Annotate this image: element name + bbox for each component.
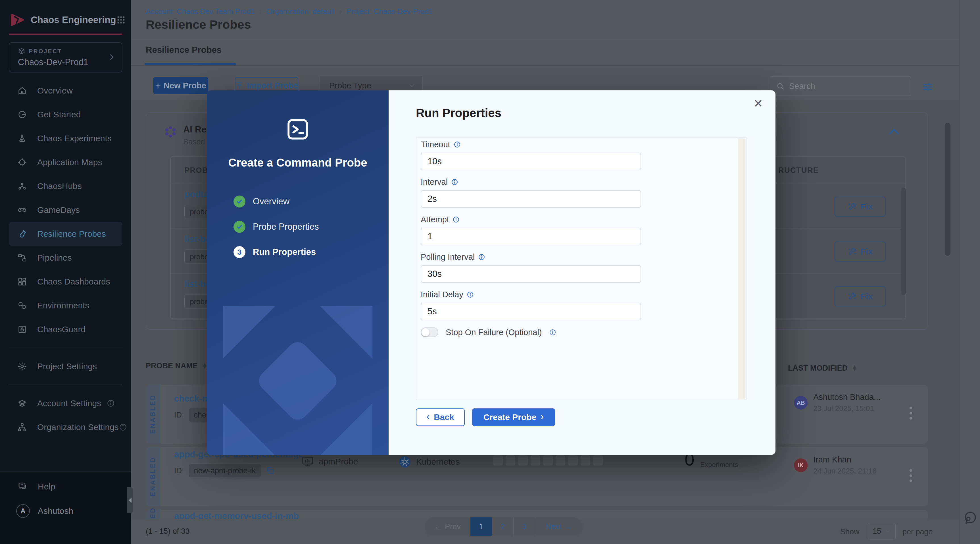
row-menu-kebab-icon[interactable] [908,405,914,421]
fix-button[interactable]: Fix [835,287,886,306]
fix-label: Fix [861,247,873,256]
user-avatar: A [16,504,30,518]
next-page-button[interactable]: Next → [535,517,582,536]
sidebar-item-label: Account Settings [37,399,101,408]
breadcrumb-account[interactable]: Account: Chaos Dev Team Prod1 [146,7,255,16]
fix-button[interactable]: Fix [835,197,886,217]
probe-id-chip: new-apm-probe-ik [189,464,261,478]
wizard-title: Create a Command Probe [207,156,388,169]
info-icon[interactable] [451,179,458,186]
search-box [770,76,911,96]
column-header-probe-name: PROBE NAME ▲▼ [146,362,207,370]
sidebar-item-gamedays[interactable]: GameDays [9,198,123,222]
step-run-properties[interactable]: 3 Run Properties [234,246,319,258]
page-button-2[interactable]: 2 [492,517,514,536]
sidebar-item-chaos-experiments[interactable]: Chaos Experiments [9,126,123,150]
info-icon[interactable] [478,254,485,261]
timeout-label: Timeout [421,140,450,149]
harness-logo-icon [8,12,26,28]
form-scrollbar-track[interactable] [738,139,745,399]
sort-icon[interactable]: ▲▼ [852,365,857,371]
timeout-input[interactable] [421,153,641,170]
resilience-skeleton-blocks [493,455,603,466]
page-size-select[interactable]: 15 [868,523,896,539]
sidebar-item-organization-settings[interactable]: Organization Settings [9,415,123,439]
breadcrumb-separator: › [259,7,262,16]
pipeline-icon [18,253,27,263]
sidebar-item-application-maps[interactable]: Application Maps [9,150,123,174]
modified-date: 23 Jul 2025, 15:01 [813,404,881,413]
fix-label: Fix [861,292,873,301]
status-badge-enabled: ENABLED [146,384,160,443]
sidebar-item-pipelines[interactable]: Pipelines [9,246,123,270]
page-button-1[interactable]: 1 [470,517,492,536]
step-label: Probe Properties [253,222,319,232]
wrench-sparkle-icon [847,202,857,211]
probe-type-value: Probe Type [329,81,408,90]
initial-delay-input[interactable] [421,303,641,320]
info-icon[interactable] [452,216,460,223]
fix-button[interactable]: Fix [835,242,886,262]
prev-page-button[interactable]: ← Prev [425,517,470,536]
tab-resilience-probes[interactable]: Resilience Probes [146,45,221,55]
sidebar-item-help[interactable]: ? Help [9,476,123,498]
module-grid-icon[interactable] [116,15,126,25]
new-probe-button[interactable]: + New Probe [153,77,208,94]
header-divider [131,40,959,40]
chat-help-icon[interactable] [963,510,978,526]
initial-delay-label: Initial Delay [421,290,463,299]
page-button-3[interactable]: 3 [514,517,535,536]
sidebar-item-resilience-probes[interactable]: Resilience Probes [9,222,123,246]
interval-label: Interval [421,177,448,187]
wizard-steps: Overview Probe Properties 3 Run Properti… [234,196,319,258]
search-input[interactable] [789,81,905,91]
row-menu-kebab-icon[interactable] [908,467,914,484]
interval-input[interactable] [421,190,641,208]
probe-row[interactable]: ENABLED appd-get-cpu-used-percentage ID:… [146,447,928,506]
back-button[interactable]: ‹ Back [416,408,465,426]
sidebar-item-overview[interactable]: Overview [9,79,123,103]
sidebar-item-label: Organization Settings [37,422,119,432]
user-menu[interactable]: A Ashutosh [9,500,123,522]
copy-icon[interactable] [266,466,275,475]
polling-interval-input[interactable] [421,265,641,283]
collapse-chevron-up-icon[interactable] [888,127,900,136]
sidebar-item-account-settings[interactable]: Account Settings [9,391,123,415]
id-label: ID: [174,466,184,475]
close-icon[interactable]: ✕ [753,98,763,109]
sidebar-item-chaosguard[interactable]: ChaosGuard [9,317,123,341]
sidebar-collapse-button[interactable] [127,487,133,513]
project-selector[interactable]: PROJECT Chaos-Dev-Prod1 [9,42,123,72]
info-icon [107,399,115,408]
apm-monitor-icon [301,455,314,468]
sidebar-item-get-started[interactable]: Get Started [9,103,123,126]
step-number-badge: 3 [234,246,245,258]
info-icon[interactable] [467,291,474,298]
breadcrumb-project[interactable]: Project: Chaos-Dev-Prod1 [347,7,433,16]
info-icon[interactable] [453,141,461,148]
gamepad-icon [18,205,27,215]
sidebar-item-label: ChaosGuard [37,325,86,334]
step-label: Run Properties [253,247,316,257]
breadcrumb-organization[interactable]: Organization: default [266,7,335,16]
attempt-input[interactable] [421,228,641,245]
sidebar-item-project-settings[interactable]: Project Settings [9,354,123,378]
sidebar-item-environments[interactable]: Environments [9,294,123,317]
sort-icon[interactable]: ▲▼ [202,363,207,369]
filter-icon[interactable] [921,81,934,93]
sidebar-divider [9,384,123,385]
info-icon[interactable] [549,329,556,336]
sidebar-item-chaoshubs[interactable]: ChaosHubs [9,174,123,198]
step-probe-properties[interactable]: Probe Properties [234,221,319,233]
chevron-right-icon [108,53,116,61]
sidebar-item-chaos-dashboards[interactable]: Chaos Dashboards [9,270,123,294]
step-overview[interactable]: Overview [234,196,319,207]
stop-on-failure-toggle[interactable] [421,327,438,337]
ai-panel-scrollbar[interactable] [901,188,906,295]
kubernetes-icon [398,455,412,469]
create-probe-button[interactable]: Create Probe › [472,408,555,426]
main-scrollbar[interactable] [945,123,950,256]
hexagons-icon [18,301,27,310]
project-name: Chaos-Dev-Prod1 [18,57,122,67]
upload-icon [235,81,244,90]
